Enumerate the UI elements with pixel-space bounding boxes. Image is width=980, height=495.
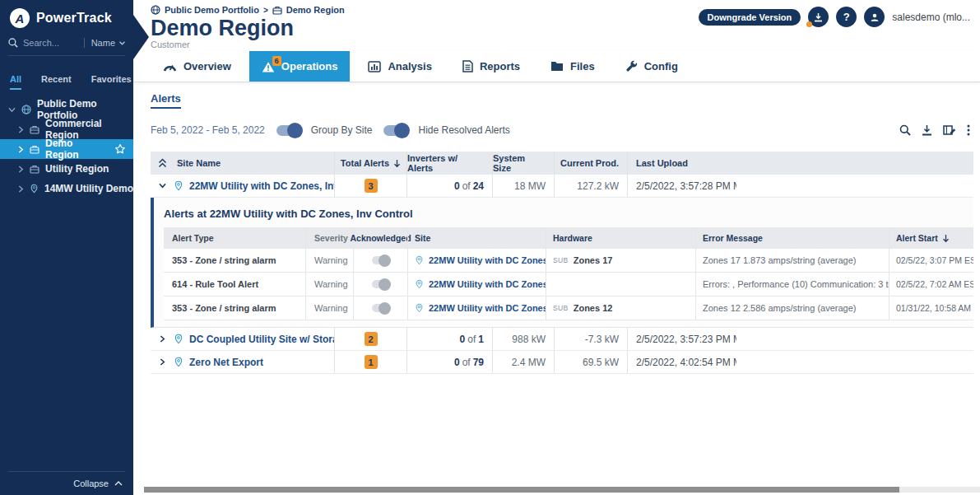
alert-row: 614 - Rule Tool Alert Warning 22MW Utili… — [164, 273, 973, 297]
alert-type: 353 - Zone / string alarm — [164, 297, 305, 320]
column-header-acknowledged[interactable]: Acknowledged — [353, 227, 407, 249]
tree-item-label: 14MW Utility Demo — [44, 183, 133, 194]
column-header-site-name[interactable]: Site Name — [174, 152, 334, 175]
tab-operations[interactable]: 6 Operations — [249, 51, 351, 82]
site-name-link[interactable]: 22MW Utility with DC Zones, In... — [429, 303, 546, 313]
sidebar-tab-favorites[interactable]: Favorites — [91, 74, 132, 90]
tab-analysis[interactable]: Analysis — [355, 51, 444, 82]
column-header-current-prod[interactable]: Current Prod. — [554, 152, 627, 175]
site-name-link[interactable]: 22MW Utility with DC Zones, In... — [429, 255, 546, 265]
alert-start-time: 01/31/22, 10:58 AM EST — [889, 297, 973, 320]
last-upload: 2/5/2022, 4:02:54 PM MST — [627, 351, 736, 373]
briefcase-icon — [30, 165, 39, 174]
tree-item-demo-region[interactable]: Demo Region — [0, 139, 133, 159]
tab-overview[interactable]: Overview — [151, 51, 244, 82]
chevron-right-icon[interactable] — [18, 166, 24, 173]
alert-row: 353 - Zone / string alarm Warning 22MW U… — [164, 249, 973, 273]
site-pin-icon — [415, 303, 424, 313]
chevron-right-icon[interactable] — [18, 126, 24, 133]
header-actions: Downgrade Version ? salesdemo (mlo... — [699, 7, 970, 27]
tree-item-utility-region[interactable]: Utility Region — [0, 159, 133, 179]
collapse-all-icon[interactable] — [151, 152, 174, 175]
site-pin-icon — [415, 255, 424, 265]
sidebar-search: Search... Name — [8, 38, 125, 56]
column-header-total-alerts[interactable]: Total Alerts — [334, 152, 406, 175]
search-input[interactable]: Search... — [23, 38, 79, 48]
date-range-picker[interactable]: Feb 5, 2022 - Feb 5, 2022 — [151, 124, 265, 136]
scrollbar-thumb[interactable] — [144, 487, 899, 493]
site-name-link[interactable]: 22MW Utility with DC Zones, Inv Control — [189, 180, 334, 192]
tab-reports[interactable]: Reports — [450, 51, 532, 82]
acknowledged-toggle[interactable] — [372, 280, 390, 288]
sidebar-notch — [133, 15, 149, 59]
site-name-link[interactable]: DC Coupled Utility Site w/ Storage — [189, 334, 334, 345]
group-by-site-toggle[interactable] — [276, 125, 301, 136]
row-expander[interactable] — [151, 351, 174, 373]
column-header-severity[interactable]: Severity — [305, 227, 353, 249]
downgrade-version-button[interactable]: Downgrade Version — [699, 9, 801, 26]
main-area: Public Demo Portfolio > Demo Region Demo… — [133, 0, 980, 495]
collapse-sidebar-button[interactable]: Collapse — [0, 479, 133, 488]
toggle-knob — [379, 255, 391, 267]
chevron-right-icon[interactable] — [18, 185, 24, 193]
column-header-alert-type[interactable]: Alert Type — [164, 227, 305, 249]
column-header-last-upload[interactable]: Last Upload — [627, 152, 736, 175]
page-header: Public Demo Portfolio > Demo Region Demo… — [133, 0, 980, 51]
app-logo[interactable]: A PowerTrack — [0, 0, 133, 33]
total-alerts-badge: 3 — [365, 179, 378, 193]
folder-icon — [550, 61, 564, 72]
row-expander[interactable] — [151, 175, 174, 197]
hardware-name: Zones 12 — [574, 303, 613, 313]
column-header-error-message[interactable]: Error Message — [695, 227, 889, 249]
chevron-down-icon[interactable] — [8, 107, 16, 113]
table-row: 22MW Utility with DC Zones, Inv Control … — [151, 175, 973, 198]
acknowledged-toggle[interactable] — [372, 304, 390, 312]
tree-item-14mw-utility-demo[interactable]: 14MW Utility Demo — [0, 179, 133, 198]
tree-item-public-demo-portfolio[interactable]: Public Demo Portfolio — [0, 100, 133, 119]
favorite-star-icon[interactable] — [114, 143, 126, 155]
username-label[interactable]: salesdemo (mlo... — [892, 12, 970, 23]
alerts-subtab[interactable]: Alerts — [151, 92, 181, 109]
tree-item-commercial-region[interactable]: Commercial Region — [0, 119, 133, 139]
chevron-right-icon[interactable] — [18, 146, 24, 153]
sort-descending-icon — [393, 159, 401, 168]
row-expander[interactable] — [151, 328, 174, 350]
tab-config[interactable]: Config — [613, 51, 690, 82]
also-energy-logo-icon: A — [10, 8, 30, 28]
toggle-knob — [287, 123, 303, 138]
tab-files[interactable]: Files — [538, 51, 607, 82]
hide-resolved-alerts-label: Hide Resolved Alerts — [418, 124, 509, 136]
app-name: PowerTrack — [36, 11, 112, 26]
breadcrumb-region-link[interactable]: Demo Region — [286, 5, 345, 15]
breadcrumb-portfolio-link[interactable]: Public Demo Portfolio — [165, 5, 259, 15]
group-by-site-label: Group By Site — [311, 124, 373, 136]
report-icon — [462, 60, 473, 72]
site-name-link[interactable]: 22MW Utility with DC Zones, In... — [429, 279, 546, 289]
column-header-site[interactable]: Site — [407, 227, 546, 249]
table-row: Zero Net Export 1 0 of 79 2.4 MW 69.5 kW… — [151, 351, 973, 374]
acknowledged-toggle[interactable] — [372, 256, 390, 264]
globe-icon — [21, 105, 31, 114]
alerts-table-header: Alert Type Severity Acknowledged Site Ha… — [164, 227, 973, 249]
search-filter-dropdown[interactable]: Name — [84, 38, 125, 48]
sidebar-tab-recent[interactable]: Recent — [41, 74, 72, 90]
total-alerts-badge: 1 — [365, 355, 378, 369]
download-icon[interactable] — [922, 124, 932, 136]
column-header-inverters[interactable]: Inverters w/ Alerts — [406, 152, 492, 175]
column-header-alert-start[interactable]: Alert Start — [889, 227, 973, 249]
user-icon[interactable] — [864, 7, 885, 27]
edit-columns-icon[interactable] — [943, 124, 956, 136]
hide-resolved-alerts-toggle[interactable] — [383, 125, 408, 136]
sidebar-tab-all[interactable]: All — [10, 74, 21, 90]
help-icon[interactable]: ? — [836, 7, 857, 27]
error-message: Zones 17 1.873 amps/string (average) — [695, 249, 889, 272]
kebab-menu-icon[interactable] — [967, 124, 970, 136]
column-header-system-size[interactable]: System Size — [492, 152, 554, 175]
chevron-up-icon — [114, 481, 123, 486]
horizontal-scrollbar[interactable] — [144, 487, 980, 493]
download-icon[interactable] — [808, 7, 829, 27]
search-icon[interactable] — [899, 124, 911, 136]
system-size: 2.4 MW — [492, 351, 554, 373]
site-name-link[interactable]: Zero Net Export — [189, 357, 263, 368]
column-header-hardware[interactable]: Hardware — [546, 227, 695, 249]
